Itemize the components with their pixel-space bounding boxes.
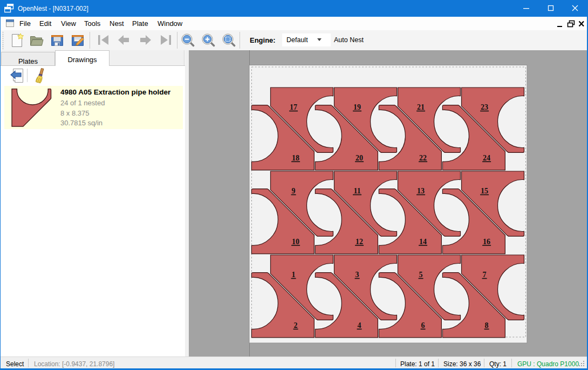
svg-text:13: 13 — [417, 187, 425, 195]
svg-text:17: 17 — [290, 103, 297, 111]
svg-text:1: 1 — [292, 271, 296, 279]
svg-text:20: 20 — [355, 154, 363, 162]
svg-text:15: 15 — [481, 187, 488, 195]
svg-text:8: 8 — [485, 321, 489, 329]
svg-text:12: 12 — [355, 238, 363, 246]
svg-text:7: 7 — [483, 271, 487, 279]
svg-text:9: 9 — [292, 187, 296, 195]
svg-text:6: 6 — [421, 321, 425, 329]
svg-text:14: 14 — [419, 238, 427, 246]
svg-text:11: 11 — [353, 187, 360, 195]
svg-text:24: 24 — [483, 154, 490, 162]
svg-text:2: 2 — [294, 321, 298, 329]
svg-text:10: 10 — [292, 238, 299, 246]
svg-text:21: 21 — [417, 103, 425, 111]
svg-text:23: 23 — [481, 103, 488, 111]
svg-text:19: 19 — [353, 103, 361, 111]
svg-text:5: 5 — [419, 271, 423, 279]
svg-text:18: 18 — [292, 154, 299, 162]
svg-text:16: 16 — [483, 238, 490, 246]
svg-text:4: 4 — [358, 321, 361, 329]
svg-text:22: 22 — [419, 154, 427, 162]
svg-text:3: 3 — [355, 271, 359, 279]
